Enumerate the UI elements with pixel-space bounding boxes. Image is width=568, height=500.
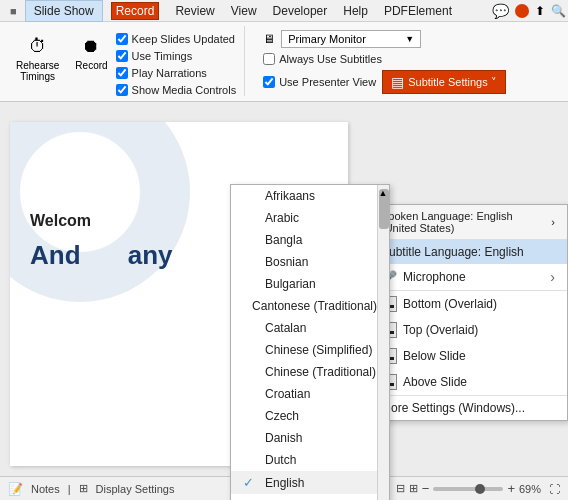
- spoken-language-item[interactable]: Spoken Language: English (United States)…: [369, 205, 567, 240]
- record-button[interactable]: ⏺ Record: [69, 28, 113, 75]
- zoom-minus-button[interactable]: −: [422, 481, 430, 496]
- view-fit-icon[interactable]: ⊞: [409, 482, 418, 495]
- language-item[interactable]: Dutch: [231, 449, 389, 471]
- language-item[interactable]: Bulgarian: [231, 273, 389, 295]
- language-item-label: Chinese (Simplified): [265, 343, 372, 357]
- language-item-label: Catalan: [265, 321, 306, 335]
- fit-page-button[interactable]: ⛶: [549, 483, 560, 495]
- use-presenter-view-row: Use Presenter View: [263, 75, 376, 89]
- language-item[interactable]: Catalan: [231, 317, 389, 339]
- language-item[interactable]: Chinese (Simplified): [231, 339, 389, 361]
- menu-review[interactable]: Review: [167, 0, 222, 22]
- rehearse-label: Rehearse Timings: [16, 60, 59, 82]
- record-label: Record: [111, 2, 160, 20]
- keep-slides-updated-row: Keep Slides Updated: [116, 32, 237, 46]
- zoom-plus-button[interactable]: +: [507, 481, 515, 496]
- menu-help[interactable]: Help: [335, 0, 376, 22]
- play-narrations-row: Play Narrations: [116, 66, 237, 80]
- menu-developer[interactable]: Developer: [265, 0, 336, 22]
- microphone-item[interactable]: 🎤 Microphone: [369, 264, 567, 290]
- setup-group: ⏱ Rehearse Timings ⏺ Record Keep Slides …: [8, 26, 245, 96]
- play-narrations-label: Play Narrations: [132, 67, 207, 79]
- main-content: Welcom And any ▲ ▼ AfrikaansArabicBangla…: [0, 102, 568, 476]
- language-list: AfrikaansArabicBanglaBosnianBulgarianCan…: [231, 185, 389, 500]
- subtitle-settings-icon: ▤: [391, 74, 404, 90]
- primary-monitor-label: Primary Monitor: [288, 33, 366, 45]
- language-item[interactable]: Bosnian: [231, 251, 389, 273]
- use-presenter-view-checkbox[interactable]: [263, 76, 275, 88]
- language-item[interactable]: Czech: [231, 405, 389, 427]
- display-settings-icon: ⊞: [79, 482, 88, 495]
- language-item[interactable]: Danish: [231, 427, 389, 449]
- always-use-subtitles-label: Always Use Subtitles: [279, 53, 382, 65]
- more-settings-item[interactable]: More Settings (Windows)...: [369, 396, 567, 420]
- language-item-label: Arabic: [265, 211, 299, 225]
- bottom-overlaid-item[interactable]: ▬ Bottom (Overlaid): [369, 291, 567, 317]
- subtitle-settings-label: Subtitle Settings ˅: [408, 76, 497, 89]
- menu-record[interactable]: Record: [103, 0, 168, 22]
- view-normal-icon[interactable]: ⊟: [396, 482, 405, 495]
- comments-icon[interactable]: 💬: [492, 3, 509, 19]
- top-overlaid-label: Top (Overlaid): [403, 323, 478, 337]
- language-item-label: Chinese (Traditional): [265, 365, 376, 379]
- bottom-overlaid-label: Bottom (Overlaid): [403, 297, 497, 311]
- below-slide-item[interactable]: ▬ Below Slide: [369, 343, 567, 369]
- display-settings-label[interactable]: Display Settings: [96, 483, 175, 495]
- primary-monitor-dropdown[interactable]: Primary Monitor ▼: [281, 30, 421, 48]
- monitor-group: 🖥 Primary Monitor ▼ Always Use Subtitles…: [257, 26, 512, 98]
- language-item-label: Afrikaans: [265, 189, 315, 203]
- language-item[interactable]: Croatian: [231, 383, 389, 405]
- record-btn-label: Record: [75, 60, 107, 71]
- rehearse-icon: ⏱: [22, 32, 54, 60]
- menu-app[interactable]: ■: [2, 0, 25, 22]
- language-item-label: Bangla: [265, 233, 302, 247]
- use-timings-checkbox[interactable]: [116, 50, 128, 62]
- more-settings-label: More Settings (Windows)...: [381, 401, 525, 415]
- lang-scroll-up[interactable]: ▲: [377, 185, 389, 201]
- keep-slides-updated-checkbox[interactable]: [116, 33, 128, 45]
- monitor-icon: 🖥: [263, 32, 275, 46]
- subtitle-settings-button[interactable]: ▤ Subtitle Settings ˅: [382, 70, 506, 94]
- always-use-subtitles-checkbox[interactable]: [263, 53, 275, 65]
- always-use-subtitles-row: Always Use Subtitles: [263, 52, 506, 66]
- slide-company-prefix: And: [30, 240, 81, 270]
- language-list-panel: ▲ ▼ AfrikaansArabicBanglaBosnianBulgaria…: [230, 184, 390, 500]
- language-item-label: Cantonese (Traditional): [252, 299, 377, 313]
- record-icon[interactable]: [515, 4, 529, 18]
- language-item[interactable]: Cantonese (Traditional): [231, 295, 389, 317]
- above-slide-item[interactable]: ▬ Above Slide: [369, 369, 567, 395]
- language-item[interactable]: ✓English: [231, 471, 389, 494]
- zoom-slider-thumb: [475, 484, 485, 494]
- top-overlaid-item[interactable]: ▬ Top (Overlaid): [369, 317, 567, 343]
- menu-slideshow[interactable]: Slide Show: [25, 0, 103, 22]
- play-narrations-checkbox[interactable]: [116, 67, 128, 79]
- subtitle-panel: Spoken Language: English (United States)…: [368, 204, 568, 421]
- ribbon: ⏱ Rehearse Timings ⏺ Record Keep Slides …: [0, 22, 568, 102]
- subtitle-language-label: Subtitle Language: English: [381, 245, 524, 259]
- menu-view[interactable]: View: [223, 0, 265, 22]
- subtitle-language-item[interactable]: Subtitle Language: English: [369, 240, 567, 264]
- language-item[interactable]: Estonian: [231, 494, 389, 500]
- rehearse-timings-button[interactable]: ⏱ Rehearse Timings: [10, 28, 65, 86]
- lang-check-icon: ✓: [243, 475, 259, 490]
- show-media-controls-checkbox[interactable]: [116, 84, 128, 96]
- spoken-language-label: Spoken Language: English (United States): [381, 210, 545, 234]
- zoom-slider[interactable]: [433, 487, 503, 491]
- language-item[interactable]: Bangla: [231, 229, 389, 251]
- notes-icon: 📝: [8, 482, 23, 496]
- show-media-controls-label: Show Media Controls: [132, 84, 237, 96]
- language-item[interactable]: Chinese (Traditional): [231, 361, 389, 383]
- show-media-controls-row: Show Media Controls: [116, 83, 237, 97]
- below-slide-label: Below Slide: [403, 349, 466, 363]
- notes-label[interactable]: Notes: [31, 483, 60, 495]
- language-item-label: Dutch: [265, 453, 296, 467]
- slide-welcome: Welcom: [30, 212, 91, 230]
- menu-bar: ■ Slide Show Record Review View Develope…: [0, 0, 568, 22]
- keep-slides-updated-label: Keep Slides Updated: [132, 33, 235, 45]
- language-item[interactable]: Afrikaans: [231, 185, 389, 207]
- language-item[interactable]: Arabic: [231, 207, 389, 229]
- menu-pdfelement[interactable]: PDFElement: [376, 0, 460, 22]
- slide-company-suffix: any: [128, 240, 173, 270]
- search-icon[interactable]: 🔍: [551, 4, 566, 18]
- share-icon[interactable]: ⬆: [535, 4, 545, 18]
